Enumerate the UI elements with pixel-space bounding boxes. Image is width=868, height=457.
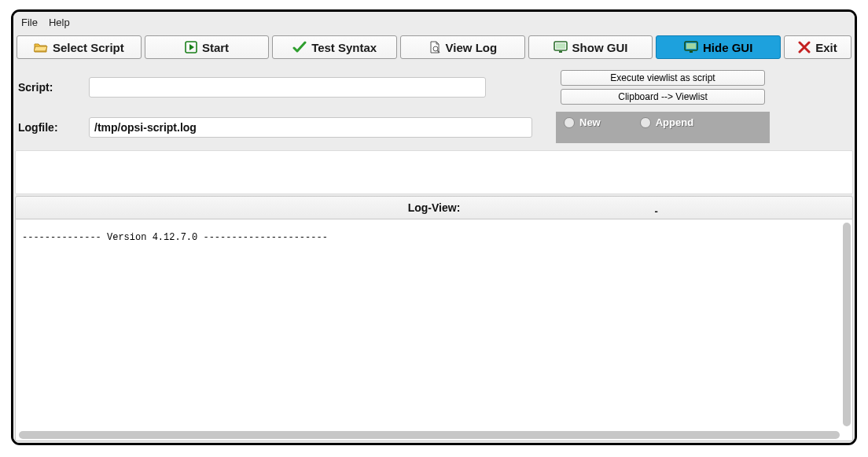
log-view: -------------- Version 4.12.7.0 --------… — [15, 219, 853, 441]
menu-file[interactable]: File — [21, 17, 38, 28]
toolbar-label: View Log — [446, 41, 498, 54]
play-icon — [185, 41, 197, 53]
radio-label: New — [579, 116, 601, 128]
logfile-label: Logfile: — [13, 121, 86, 134]
radio-icon — [640, 117, 651, 128]
close-icon — [798, 41, 811, 53]
radio-new[interactable]: New — [564, 116, 601, 128]
select-script-button[interactable]: Select Script — [17, 35, 142, 59]
log-mode-radios: New Append — [556, 112, 770, 143]
log-view-dash: - — [460, 199, 852, 217]
execute-viewlist-button[interactable]: Execute viewlist as script — [561, 70, 765, 86]
radio-append[interactable]: Append — [640, 116, 693, 128]
app-window: File Help Select Script Start Test Synta… — [12, 10, 856, 444]
check-icon — [292, 41, 307, 53]
show-gui-button[interactable]: Show GUI — [528, 35, 653, 59]
toolbar-label: Show GUI — [572, 41, 628, 54]
toolbar-label: Exit — [815, 41, 837, 54]
start-button[interactable]: Start — [145, 35, 270, 59]
hide-gui-button[interactable]: Hide GUI — [656, 35, 781, 59]
script-label: Script: — [13, 81, 86, 94]
folder-open-icon — [34, 42, 48, 53]
document-search-icon — [428, 41, 441, 53]
toolbar: Select Script Start Test Syntax View Log… — [13, 32, 855, 64]
log-content[interactable]: -------------- Version 4.12.7.0 --------… — [16, 219, 852, 249]
clipboard-viewlist-button[interactable]: Clipboard --> Viewlist — [561, 89, 765, 105]
test-syntax-button[interactable]: Test Syntax — [272, 35, 397, 59]
log-view-title: Log-View: — [408, 201, 461, 214]
horizontal-scrollbar[interactable] — [19, 431, 840, 439]
radio-icon — [564, 117, 575, 128]
script-row: Script: Execute viewlist as script Clipb… — [13, 64, 855, 111]
logfile-row: Logfile: New Append — [13, 111, 855, 144]
body-area: Script: Execute viewlist as script Clipb… — [13, 64, 855, 443]
toolbar-label: Hide GUI — [703, 41, 752, 54]
log-view-header: Log-View: - — [15, 196, 853, 219]
script-input[interactable] — [89, 77, 486, 98]
menu-help[interactable]: Help — [49, 17, 70, 28]
svg-rect-5 — [686, 43, 696, 49]
spacer-panel — [15, 150, 853, 194]
radio-label: Append — [656, 116, 693, 128]
svg-rect-3 — [556, 43, 565, 49]
exit-button[interactable]: Exit — [784, 35, 851, 59]
monitor-icon — [554, 41, 568, 53]
monitor-icon — [684, 41, 698, 53]
toolbar-label: Start — [202, 41, 229, 54]
logfile-input[interactable] — [89, 117, 532, 138]
menu-bar: File Help — [13, 12, 855, 32]
view-log-button[interactable]: View Log — [400, 35, 525, 59]
vertical-scrollbar[interactable] — [843, 223, 851, 426]
toolbar-label: Select Script — [53, 41, 124, 54]
toolbar-label: Test Syntax — [311, 41, 377, 54]
